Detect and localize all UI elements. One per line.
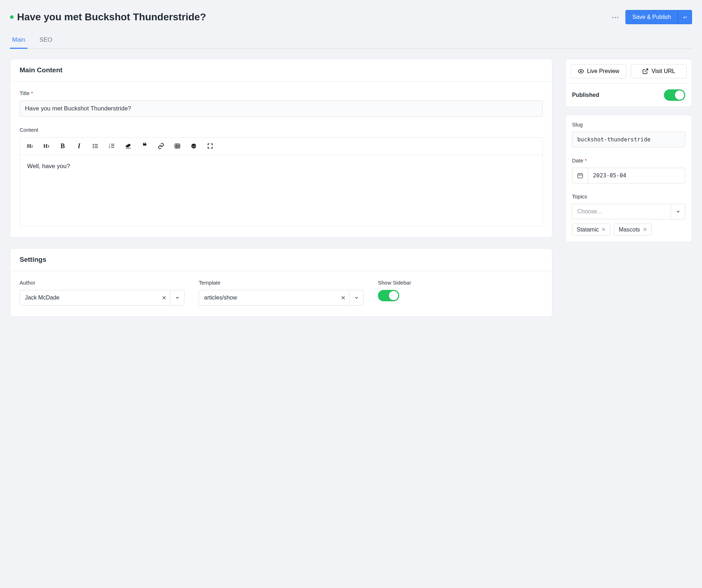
link-button[interactable] xyxy=(156,141,166,151)
eraser-button[interactable] xyxy=(123,141,133,151)
svg-rect-3 xyxy=(95,146,98,146)
tab-main[interactable]: Main xyxy=(10,33,27,49)
svg-rect-5 xyxy=(95,147,98,148)
topic-chip: Statamic ✕ xyxy=(572,224,610,235)
show-sidebar-label: Show Sidebar xyxy=(378,280,543,286)
template-dropdown-button[interactable] xyxy=(349,290,363,305)
slug-input[interactable] xyxy=(572,132,685,147)
return-icon: ↩ xyxy=(683,15,687,20)
date-label: Date * xyxy=(572,157,685,163)
tab-seo[interactable]: SEO xyxy=(37,33,54,48)
template-clear-button[interactable]: ✕ xyxy=(337,290,349,305)
toggle-knob xyxy=(389,291,398,300)
ordered-list-button[interactable]: 123 xyxy=(107,141,117,151)
author-select[interactable]: Jack McDade ✕ xyxy=(20,290,184,306)
published-label: Published xyxy=(572,92,599,98)
svg-rect-13 xyxy=(175,144,180,148)
svg-point-0 xyxy=(93,144,94,145)
slug-label: Slug xyxy=(572,121,685,128)
author-label: Author xyxy=(20,280,184,286)
remove-topic-button[interactable]: ✕ xyxy=(643,226,647,233)
author-dropdown-button[interactable] xyxy=(170,290,184,305)
page-title: Have you met Buckshot Thunderstride? xyxy=(17,11,206,23)
published-toggle[interactable] xyxy=(664,89,685,101)
bold-button[interactable]: B xyxy=(58,141,68,151)
author-clear-button[interactable]: ✕ xyxy=(158,290,170,305)
svg-rect-1 xyxy=(95,144,98,145)
title-label: Title * xyxy=(20,90,543,96)
bullet-list-button[interactable] xyxy=(90,141,100,151)
svg-text:3: 3 xyxy=(109,146,110,149)
topics-select[interactable]: Choose... xyxy=(572,204,685,219)
title-input[interactable] xyxy=(20,100,543,117)
svg-rect-11 xyxy=(111,147,114,148)
live-preview-button[interactable]: Live Preview xyxy=(571,64,626,78)
template-label: Template xyxy=(199,280,364,286)
svg-rect-12 xyxy=(126,148,131,149)
topic-chip: Mascots ✕ xyxy=(614,224,652,235)
topics-dropdown-button[interactable] xyxy=(671,204,685,219)
blockquote-button[interactable]: ❝ xyxy=(140,141,150,151)
content-label: Content xyxy=(20,127,543,133)
svg-point-20 xyxy=(581,71,582,72)
svg-rect-7 xyxy=(111,144,114,145)
meta-card: Slug Date * 2023-05-04 Topics xyxy=(565,115,692,242)
svg-rect-9 xyxy=(111,146,114,146)
svg-text:</>: </> xyxy=(192,145,197,148)
main-content-header: Main Content xyxy=(10,59,552,82)
visit-url-button[interactable]: Visit URL xyxy=(631,64,687,78)
calendar-icon xyxy=(572,168,588,183)
date-input[interactable]: 2023-05-04 xyxy=(572,168,685,183)
date-value: 2023-05-04 xyxy=(588,168,685,183)
tabs: Main SEO xyxy=(10,33,692,49)
template-select[interactable]: articles/show ✕ xyxy=(199,290,364,306)
author-value: Jack McDade xyxy=(20,290,158,305)
save-options-button[interactable]: ↩ xyxy=(678,10,692,24)
svg-line-21 xyxy=(645,69,648,72)
h2-button[interactable]: H2 xyxy=(25,141,35,151)
show-sidebar-toggle[interactable] xyxy=(378,290,399,301)
table-button[interactable] xyxy=(172,141,182,151)
remove-topic-button[interactable]: ✕ xyxy=(601,226,606,233)
code-button[interactable]: </> xyxy=(189,141,199,151)
external-link-icon xyxy=(642,68,649,74)
svg-point-2 xyxy=(93,146,94,147)
editor-body[interactable]: Well, have you? xyxy=(20,155,542,226)
topics-label: Topics xyxy=(572,193,685,199)
publish-card: Live Preview Visit URL Published xyxy=(565,59,692,107)
status-dot xyxy=(10,15,14,19)
eye-refresh-icon xyxy=(578,68,584,74)
main-content-card: Main Content Title * Content H2 H3 B xyxy=(10,59,552,238)
more-actions-button[interactable]: ••• xyxy=(610,13,620,21)
template-value: articles/show xyxy=(199,290,337,305)
toggle-knob xyxy=(675,90,684,100)
h3-button[interactable]: H3 xyxy=(41,141,51,151)
settings-header: Settings xyxy=(10,249,552,271)
fullscreen-button[interactable] xyxy=(205,141,215,151)
settings-card: Settings Author Jack McDade ✕ xyxy=(10,248,552,317)
italic-button[interactable]: I xyxy=(74,141,84,151)
editor-toolbar: H2 H3 B I 123 xyxy=(20,137,542,155)
svg-point-4 xyxy=(93,147,94,148)
svg-rect-22 xyxy=(578,174,583,178)
save-publish-button[interactable]: Save & Publish xyxy=(625,10,678,24)
topics-placeholder: Choose... xyxy=(572,204,671,219)
content-editor: H2 H3 B I 123 xyxy=(20,137,543,227)
